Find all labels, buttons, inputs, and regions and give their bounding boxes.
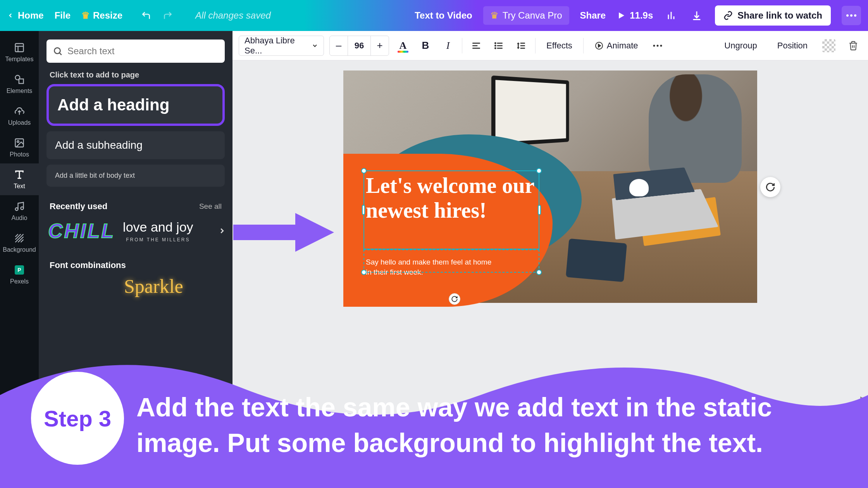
play-icon xyxy=(253,462,264,472)
more-menu-button[interactable] xyxy=(842,6,861,25)
handle-tr[interactable] xyxy=(536,168,542,174)
search-icon xyxy=(53,46,63,56)
carousel-next-button[interactable] xyxy=(218,227,226,235)
analytics-button[interactable] xyxy=(664,8,679,23)
chart-icon xyxy=(666,10,677,21)
handle-br[interactable] xyxy=(536,270,542,275)
ungroup-button[interactable]: Ungroup xyxy=(719,37,762,54)
transparency-button[interactable] xyxy=(822,39,835,52)
redo-icon[interactable] xyxy=(163,10,173,21)
context-toolbar: Abhaya Libre Se... – 96 + A B I Effects xyxy=(232,31,868,60)
lovejoy-sub: FROM THE MILLERS xyxy=(123,237,193,242)
animate-button[interactable]: Animate xyxy=(589,37,644,54)
home-label: Home xyxy=(18,10,44,21)
rail-audio[interactable]: Audio xyxy=(0,195,39,227)
handle-mr[interactable] xyxy=(538,205,541,215)
align-button[interactable] xyxy=(468,37,485,54)
rail-label: Text xyxy=(14,183,25,190)
font-size-increase[interactable]: + xyxy=(371,40,389,52)
topbar-left: Home File ♛ Resize All changes saved xyxy=(7,10,271,21)
effects-button[interactable]: Effects xyxy=(541,37,578,54)
font-name-label: Abhaya Libre Se... xyxy=(245,36,312,56)
templates-icon xyxy=(14,42,25,53)
download-button[interactable] xyxy=(689,8,704,23)
text-sample-sparkle[interactable]: Sparkle xyxy=(124,275,225,297)
search-box[interactable] xyxy=(46,40,225,63)
text-sample-lovejoy[interactable]: love and joy FROM THE MILLERS xyxy=(123,220,193,242)
bold-icon: B xyxy=(422,40,429,52)
text-to-video-button[interactable]: Text to Video xyxy=(415,10,472,21)
timeline-clip-1[interactable] xyxy=(278,451,356,483)
photo-cup xyxy=(629,179,649,196)
rail-templates[interactable]: Templates xyxy=(0,36,39,68)
duration-label: 11.9s xyxy=(630,10,653,21)
see-all-link[interactable]: See all xyxy=(199,202,222,211)
list-icon xyxy=(494,41,504,51)
audio-icon xyxy=(14,201,25,212)
text-sample-chill[interactable]: CHILL xyxy=(48,219,115,242)
rail-photos[interactable]: Photos xyxy=(0,132,39,163)
try-pro-label: Try Canva Pro xyxy=(503,10,562,21)
handle-ml[interactable] xyxy=(362,205,365,215)
undo-icon[interactable] xyxy=(141,10,151,21)
add-body-text-button[interactable]: Add a little bit of body text xyxy=(46,165,225,187)
panel-hint: Click text to add to page xyxy=(50,70,225,79)
font-family-select[interactable]: Abhaya Libre Se... xyxy=(239,36,324,56)
file-menu[interactable]: File xyxy=(55,10,71,21)
selection-box-sub[interactable] xyxy=(363,249,539,273)
text-color-button[interactable]: A xyxy=(394,37,412,54)
svg-point-43 xyxy=(656,45,658,46)
delete-button[interactable] xyxy=(845,37,862,54)
rail-label: Audio xyxy=(12,215,28,222)
spacing-button[interactable] xyxy=(513,37,530,54)
trash-icon xyxy=(848,41,858,51)
font-size-control: – 96 + xyxy=(329,36,389,56)
list-button[interactable] xyxy=(490,37,507,54)
photo-person xyxy=(649,74,742,183)
add-subheading-button[interactable]: Add a subheading xyxy=(46,131,225,159)
design-page[interactable]: Let's welcome our newest hires! Say hell… xyxy=(343,70,757,303)
crown-icon: ♛ xyxy=(81,10,90,21)
rail-elements[interactable]: Elements xyxy=(0,68,39,100)
separator xyxy=(535,38,536,53)
italic-button[interactable]: I xyxy=(439,37,456,54)
home-button[interactable]: Home xyxy=(7,10,44,21)
recently-used-header: Recently used See all xyxy=(50,201,222,211)
font-size-value[interactable]: 96 xyxy=(348,36,371,55)
rail-background[interactable]: Background xyxy=(0,227,39,259)
share-link-label: Share link to watch xyxy=(737,10,822,21)
more-options-button[interactable] xyxy=(649,37,666,54)
font-size-decrease[interactable]: – xyxy=(330,40,348,52)
timeline-clip-2[interactable]: let's welour newhires! xyxy=(365,451,443,483)
scroll-right-icon[interactable]: ▶ xyxy=(860,395,865,402)
timeline-play-button[interactable] xyxy=(248,457,269,478)
try-canva-pro-button[interactable]: ♛ Try Canva Pro xyxy=(483,6,569,25)
handle-bl[interactable] xyxy=(361,270,367,275)
handle-tl[interactable] xyxy=(361,168,367,174)
svg-point-19 xyxy=(21,207,24,210)
play-duration[interactable]: 11.9s xyxy=(617,10,653,21)
main-layout: Templates Elements Uploads Photos Text A… xyxy=(0,31,868,488)
separator xyxy=(462,38,462,53)
add-page-button[interactable]: + xyxy=(452,451,502,483)
page-refresh-button[interactable] xyxy=(760,177,780,197)
rail-label: Photos xyxy=(10,151,29,158)
share-link-button[interactable]: Share link to watch xyxy=(715,5,831,26)
rail-pexels[interactable]: P Pexels xyxy=(0,259,39,290)
position-button[interactable]: Position xyxy=(772,37,813,54)
scroll-left-icon[interactable]: ◀ xyxy=(236,395,240,402)
rail-uploads[interactable]: Uploads xyxy=(0,100,39,132)
share-button[interactable]: Share xyxy=(580,10,606,21)
playhead-marker[interactable]: ▼ xyxy=(334,443,341,451)
rotate-handle[interactable] xyxy=(449,293,460,305)
svg-marker-0 xyxy=(619,12,624,19)
lovejoy-main: love and joy xyxy=(123,220,193,234)
bold-button[interactable]: B xyxy=(417,37,434,54)
rail-text[interactable]: Text xyxy=(0,163,39,195)
svg-point-15 xyxy=(17,141,19,143)
clip-thumb-text: let's welour newhires! xyxy=(420,458,439,480)
resize-button[interactable]: ♛ Resize xyxy=(81,10,122,21)
search-input[interactable] xyxy=(67,46,219,57)
add-heading-button[interactable]: Add a heading xyxy=(46,84,225,126)
selection-box[interactable] xyxy=(363,170,539,249)
